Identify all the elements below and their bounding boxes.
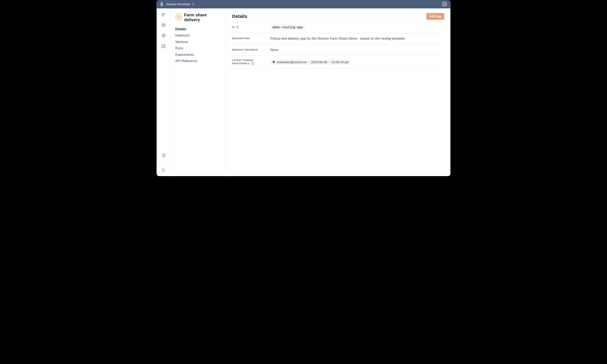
- svg-point-7: [164, 47, 165, 48]
- label-description: Description: [232, 37, 250, 40]
- sidenav-instances[interactable]: Instances: [175, 33, 221, 38]
- rail-logout-icon[interactable]: [161, 168, 166, 172]
- app-box-icon: [175, 14, 182, 21]
- rail-marketplace-icon[interactable]: [161, 44, 166, 49]
- svg-point-3: [163, 35, 164, 36]
- row-latest-exec: Latest Pushed Executable: [232, 55, 444, 69]
- exec-time: 10:34:19 pm: [331, 60, 349, 64]
- topbar: Nextmv farmshare: [156, 0, 451, 8]
- rail-docs-icon[interactable]: [161, 153, 166, 158]
- svg-point-2: [163, 14, 164, 14]
- row-id: ID demo-routing-app: [232, 21, 444, 33]
- sidenav-api-reference[interactable]: API Reference: [175, 59, 221, 63]
- user-menu[interactable]: [442, 1, 447, 7]
- app-header: Farm share delivery: [175, 13, 221, 22]
- svg-point-12: [252, 64, 253, 65]
- sidenav-details[interactable]: Details: [175, 27, 221, 31]
- label-latest-exec: Latest Pushed Executable: [232, 59, 253, 65]
- help-icon[interactable]: [251, 62, 254, 65]
- app-title: Farm share delivery: [184, 13, 221, 22]
- svg-point-5: [164, 44, 165, 46]
- rail-apps-icon[interactable]: [161, 23, 166, 28]
- svg-point-6: [162, 47, 163, 48]
- nav-rail: [156, 8, 171, 176]
- row-description: Description Pickup and delivery app for …: [232, 33, 444, 44]
- org-name-label: Nextmv farmshare: [166, 2, 190, 6]
- value-default-instance: None: [270, 48, 278, 52]
- sidebar: Farm share delivery Details Instances Ve…: [171, 8, 226, 176]
- main-content: Details Edit App ID demo-routing-app: [226, 8, 451, 176]
- label-default-instance: Default Instance: [232, 48, 258, 52]
- exec-date: 2023-06-28: [311, 60, 327, 64]
- row-default-instance: Default Instance None: [232, 44, 444, 55]
- value-description: Pickup and delivery app for the Nextmv F…: [270, 37, 405, 40]
- help-icon[interactable]: [236, 26, 239, 28]
- svg-point-1: [444, 3, 445, 4]
- sidenav-versions[interactable]: Versions: [175, 40, 221, 44]
- rail-settings-icon[interactable]: [161, 33, 166, 38]
- edit-app-button[interactable]: Edit App: [427, 13, 444, 20]
- sidenav-runs[interactable]: Runs: [175, 46, 221, 51]
- exec-user: sebastian@nextmv.io: [277, 60, 307, 64]
- cube-small-icon: [272, 60, 275, 64]
- value-id: demo-routing-app: [270, 25, 305, 30]
- svg-point-4: [162, 44, 163, 46]
- sidenav-experiments[interactable]: Experiments: [175, 52, 221, 57]
- chevron-up-down-icon: [192, 3, 194, 6]
- value-latest-exec: sebastian@nextmv.io · 2023-06-28 · 10:34…: [270, 59, 351, 65]
- side-nav: Details Instances Versions Runs Experime…: [175, 27, 221, 63]
- label-id: ID: [232, 26, 235, 29]
- org-switcher[interactable]: Nextmv farmshare: [166, 2, 194, 6]
- nextmv-logo-icon: [160, 2, 164, 7]
- page-title: Details: [232, 14, 247, 19]
- rail-quickstart-icon[interactable]: [161, 12, 166, 17]
- svg-point-10: [237, 28, 237, 28]
